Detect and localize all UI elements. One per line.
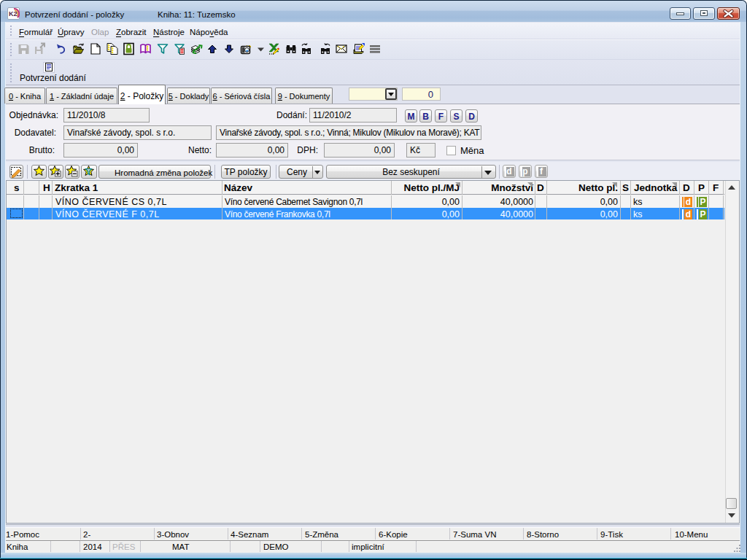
svg-text:K2: K2 bbox=[9, 10, 18, 18]
